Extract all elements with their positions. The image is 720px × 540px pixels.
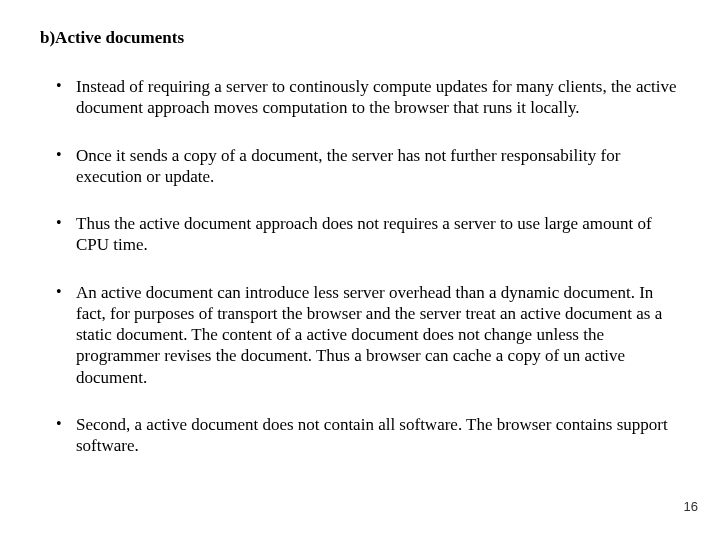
list-item: Instead of requiring a server to contino…: [40, 76, 680, 119]
list-item: Once it sends a copy of a document, the …: [40, 145, 680, 188]
list-item: Thus the active document approach does n…: [40, 213, 680, 256]
list-item: An active document can introduce less se…: [40, 282, 680, 388]
section-heading: b)Active documents: [40, 28, 680, 48]
page-number: 16: [684, 499, 698, 514]
list-item: Second, a active document does not conta…: [40, 414, 680, 457]
bullet-list: Instead of requiring a server to contino…: [40, 76, 680, 456]
